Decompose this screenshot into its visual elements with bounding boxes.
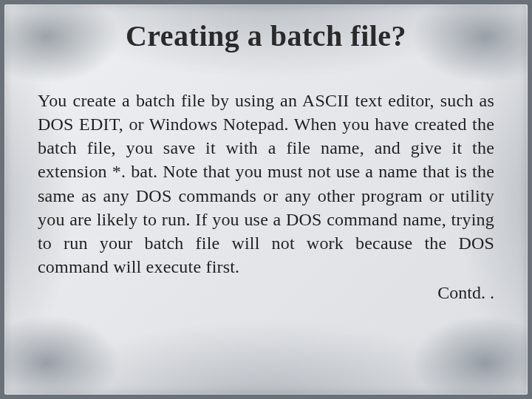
continued-label: Contd. . (38, 283, 494, 303)
slide-title: Creating a batch file? (38, 18, 494, 53)
slide-paper: Creating a batch file? You create a batc… (4, 4, 528, 395)
slide-body-text: You create a batch file by using an ASCI… (38, 89, 494, 279)
